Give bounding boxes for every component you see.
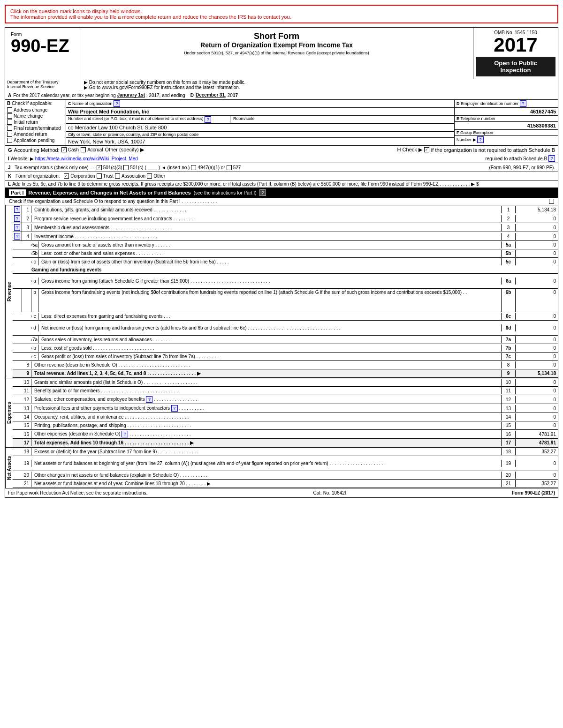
checkbox-corporation[interactable]: Corporation — [64, 173, 95, 179]
name-change-checkbox[interactable] — [7, 113, 12, 119]
checkbox-association[interactable]: Association — [115, 173, 145, 179]
help-icon-12[interactable]: ? — [146, 396, 152, 403]
part1-subtitle: (see the instructions for Part I) — [194, 190, 257, 195]
irs-notice: ▶ Go to www.irs.gov/Form990EZ for instru… — [84, 85, 554, 90]
checkbox-501c3[interactable]: 501(c)(3) — [97, 165, 122, 171]
paperwork-notice: For Paperwork Reduction Act Notice, see … — [8, 490, 147, 495]
website-url: https://meta.wikimedia.org/wiki/Wiki_Pro… — [35, 156, 138, 161]
org-address: co Mercader Law 100 Church St, Suite 800 — [68, 125, 167, 130]
trust-checkbox[interactable] — [97, 173, 102, 179]
line-6c-row: c Less: direct expenses from gaming and … — [13, 312, 558, 321]
line-k-text: Form of organization: — [15, 173, 60, 179]
help-icon-4[interactable]: ? — [14, 233, 20, 240]
checkbox-name-change[interactable]: Name change — [7, 113, 64, 119]
line-a-year: , 2017, and ending — [146, 93, 185, 98]
help-icon-f[interactable]: ? — [477, 136, 484, 143]
public-notices: ▶ Do not enter social security numbers o… — [80, 79, 558, 91]
501c3-checkbox[interactable] — [97, 165, 102, 170]
line-3-row: ? 3 Membership dues and assessments . . … — [13, 223, 558, 232]
part1-check-text: Check if the organization used Schedule … — [9, 199, 217, 204]
form-title-section: Short Form Return of Organization Exempt… — [80, 28, 473, 79]
line-5b-row: 5b Less: cost or other basis and sales e… — [13, 249, 558, 258]
open-inspection-box: Open to Public Inspection — [476, 57, 555, 76]
application-pending-checkbox[interactable] — [7, 138, 12, 143]
line-6d-row: d Net income or (loss) from gaming and f… — [13, 321, 558, 336]
inspection-label: Inspection — [485, 67, 546, 74]
checkbox-trust[interactable]: Trust — [97, 173, 114, 179]
notice-line2: The information provided will enable you… — [10, 14, 553, 20]
form-subtitle: Under section 501(c), 527, or 4947(a)(1)… — [84, 51, 469, 55]
help-icon-address[interactable]: ? — [205, 116, 211, 123]
part1-check-checkbox[interactable] — [549, 199, 554, 204]
help-icon-d[interactable]: ? — [520, 100, 526, 107]
4947-checkbox[interactable] — [191, 165, 196, 170]
checkbox-initial-return[interactable]: Initial return — [7, 119, 64, 125]
checkbox-address-change[interactable]: Address change — [7, 107, 64, 113]
final-return-checkbox[interactable] — [7, 126, 12, 131]
line-a-end-yr: 17 — [233, 93, 238, 98]
line-i-label: I — [8, 156, 9, 161]
notice-line1: Click on the question-mark icons to disp… — [10, 8, 553, 14]
net-assets-label: Net Assets — [5, 448, 13, 488]
form-title2: Return of Organization Exempt From Incom… — [84, 41, 469, 49]
line-9-row: 9 Total revenue. Add lines 1, 2, 3, 4, 5… — [13, 369, 558, 378]
checkbox-amended-return[interactable]: Amended return — [7, 131, 64, 137]
help-icon-13[interactable]: ? — [171, 405, 178, 412]
dept-info: Department of the Treasury Internal Reve… — [5, 79, 80, 91]
form-title1: Short Form — [84, 31, 469, 41]
amended-return-checkbox[interactable] — [7, 132, 12, 137]
line-21-row: 21 Net assets or fund balances at end of… — [13, 480, 558, 488]
initial-return-checkbox[interactable] — [7, 120, 12, 125]
line-a-label: A — [8, 93, 11, 98]
org-city: New York, New York, USA, 10007 — [68, 139, 145, 144]
corporation-checkbox[interactable] — [64, 173, 69, 179]
help-icon-c[interactable]: ? — [114, 100, 120, 107]
line-b-section: B Check if applicable: Address change Na… — [5, 100, 66, 145]
line-6-header: Gaming and fundraising events — [13, 266, 558, 274]
accrual-checkbox[interactable] — [81, 147, 86, 152]
line-c-section: C Name of organization ? Wiki Project Me… — [66, 100, 455, 145]
line-7a-row: 7a Gross sales of inventory, less return… — [13, 336, 558, 344]
h-checkbox[interactable] — [424, 147, 429, 152]
checkbox-501c[interactable]: 501(c) ( ) ◄ (insert no.) — [123, 164, 190, 171]
line-19-row: 19 Net assets or fund balances at beginn… — [13, 456, 558, 471]
line-a-end-year: , 20 — [225, 93, 233, 98]
checkbox-final-return[interactable]: Final return/terminated — [7, 125, 64, 131]
line-g-text: Accounting Method: — [14, 147, 60, 153]
help-icon-1[interactable]: ? — [14, 206, 20, 213]
checkbox-4947[interactable]: 4947(a)(1) or — [191, 165, 225, 171]
527-checkbox[interactable] — [227, 165, 232, 170]
line-2-row: ? 2 Program service revenue including go… — [13, 214, 558, 223]
cash-checkbox[interactable] — [61, 147, 67, 152]
def-section: D Employer identification number ? 46162… — [455, 100, 558, 145]
line-7b-row: b Less: cost of goods sold . . . . . . .… — [13, 344, 558, 353]
help-icon-part1[interactable]: ? — [259, 189, 266, 196]
line-j-text: Tax-exempt status (check only one) – — [15, 165, 92, 170]
checkbox-application-pending[interactable]: Application pending — [7, 137, 64, 143]
line-6a-row: a Gross income from gaming (attach Sched… — [13, 274, 558, 289]
line-k-label: K — [8, 173, 11, 179]
ssn-notice: ▶ Do not enter social security numbers o… — [84, 80, 554, 85]
other-org-checkbox[interactable] — [147, 173, 152, 179]
line-i-text: Website: ▶ — [11, 156, 34, 161]
expenses-label: Expenses — [5, 378, 13, 447]
form-number: 990-EZ — [11, 37, 74, 55]
checkbox-accrual[interactable]: Accrual — [81, 147, 103, 153]
association-checkbox[interactable] — [115, 173, 120, 179]
help-icon-3[interactable]: ? — [14, 224, 20, 231]
line-20-row: 20 Other changes in net assets or fund b… — [13, 471, 558, 480]
501c-checkbox[interactable] — [123, 165, 129, 170]
checkbox-527[interactable]: 527 — [227, 165, 241, 171]
checkbox-cash[interactable]: Cash — [61, 147, 79, 153]
line-4-row: ? 4 Investment income . . . . . . . . . … — [13, 232, 558, 241]
checkbox-other-org[interactable]: Other — [147, 173, 165, 179]
line-12-row: 12 Salaries, other compensation, and emp… — [13, 395, 558, 404]
help-icon-16[interactable]: ? — [122, 431, 128, 437]
line-10-row: 10 Grants and similar amounts paid (list… — [13, 378, 558, 387]
address-change-checkbox[interactable] — [7, 107, 12, 113]
help-icon-2[interactable]: ? — [14, 215, 20, 222]
line-l-label: L — [8, 181, 11, 187]
line-l-text: Add lines 5b, 6c, and 7b to line 9 to de… — [12, 181, 479, 187]
phone-number: 4158306381 — [527, 123, 556, 128]
help-icon-i[interactable]: ? — [548, 155, 555, 162]
